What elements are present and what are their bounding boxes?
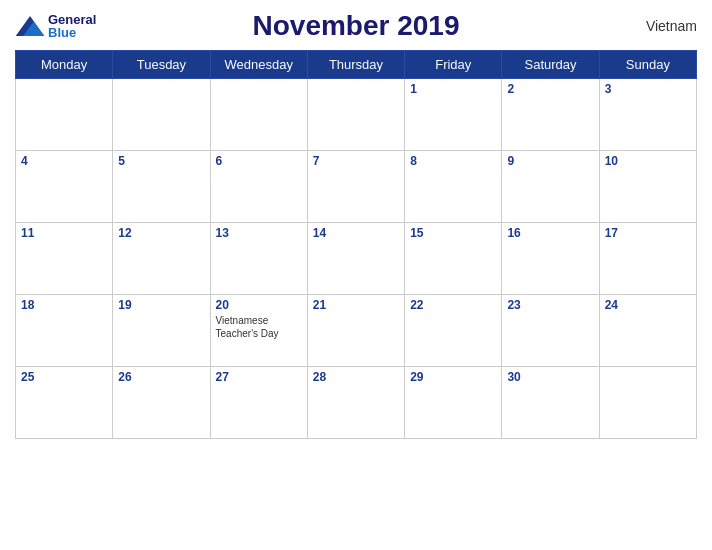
- day-cell: 29: [405, 367, 502, 439]
- day-cell: 7: [307, 151, 404, 223]
- day-number: 23: [507, 298, 593, 312]
- day-number: 11: [21, 226, 107, 240]
- header-friday: Friday: [405, 51, 502, 79]
- day-cell: 19: [113, 295, 210, 367]
- day-number: 20: [216, 298, 302, 312]
- day-number: 24: [605, 298, 691, 312]
- day-number: 6: [216, 154, 302, 168]
- day-cell: 14: [307, 223, 404, 295]
- day-cell: 8: [405, 151, 502, 223]
- day-cell: 15: [405, 223, 502, 295]
- day-cell: [16, 79, 113, 151]
- day-cell: 9: [502, 151, 599, 223]
- header-saturday: Saturday: [502, 51, 599, 79]
- logo-blue: Blue: [48, 26, 96, 39]
- days-header-row: Monday Tuesday Wednesday Thursday Friday…: [16, 51, 697, 79]
- day-number: 9: [507, 154, 593, 168]
- day-cell: 6: [210, 151, 307, 223]
- day-cell: [307, 79, 404, 151]
- day-number: 21: [313, 298, 399, 312]
- week-row-5: 252627282930: [16, 367, 697, 439]
- calendar-table: Monday Tuesday Wednesday Thursday Friday…: [15, 50, 697, 439]
- day-cell: 11: [16, 223, 113, 295]
- day-number: 27: [216, 370, 302, 384]
- day-number: 30: [507, 370, 593, 384]
- logo-area: General Blue: [15, 13, 96, 39]
- day-number: 7: [313, 154, 399, 168]
- header-wednesday: Wednesday: [210, 51, 307, 79]
- day-cell: 18: [16, 295, 113, 367]
- day-number: 1: [410, 82, 496, 96]
- day-cell: 20Vietnamese Teacher's Day: [210, 295, 307, 367]
- day-cell: 12: [113, 223, 210, 295]
- day-number: 22: [410, 298, 496, 312]
- week-row-1: 123: [16, 79, 697, 151]
- day-cell: 24: [599, 295, 696, 367]
- day-cell: 4: [16, 151, 113, 223]
- calendar-header: General Blue November 2019 Vietnam: [15, 10, 697, 42]
- day-cell: 28: [307, 367, 404, 439]
- day-cell: 22: [405, 295, 502, 367]
- day-cell: 30: [502, 367, 599, 439]
- day-number: 12: [118, 226, 204, 240]
- day-cell: [113, 79, 210, 151]
- day-number: 29: [410, 370, 496, 384]
- header-monday: Monday: [16, 51, 113, 79]
- day-cell: 10: [599, 151, 696, 223]
- country-label: Vietnam: [646, 18, 697, 34]
- calendar-title: November 2019: [252, 10, 459, 42]
- day-cell: 17: [599, 223, 696, 295]
- day-number: 10: [605, 154, 691, 168]
- day-cell: 23: [502, 295, 599, 367]
- day-cell: 26: [113, 367, 210, 439]
- day-cell: 1: [405, 79, 502, 151]
- day-number: 28: [313, 370, 399, 384]
- day-number: 13: [216, 226, 302, 240]
- day-number: 25: [21, 370, 107, 384]
- day-cell: 5: [113, 151, 210, 223]
- day-number: 18: [21, 298, 107, 312]
- week-row-2: 45678910: [16, 151, 697, 223]
- day-number: 19: [118, 298, 204, 312]
- day-number: 5: [118, 154, 204, 168]
- day-cell: 13: [210, 223, 307, 295]
- day-number: 14: [313, 226, 399, 240]
- header-tuesday: Tuesday: [113, 51, 210, 79]
- day-cell: 16: [502, 223, 599, 295]
- day-number: 26: [118, 370, 204, 384]
- day-number: 17: [605, 226, 691, 240]
- day-cell: 3: [599, 79, 696, 151]
- calendar-container: General Blue November 2019 Vietnam Monda…: [0, 0, 712, 550]
- day-number: 8: [410, 154, 496, 168]
- logo-icon: [15, 16, 45, 36]
- week-row-4: 181920Vietnamese Teacher's Day21222324: [16, 295, 697, 367]
- day-cell: 27: [210, 367, 307, 439]
- day-cell: [210, 79, 307, 151]
- day-cell: 21: [307, 295, 404, 367]
- day-number: 4: [21, 154, 107, 168]
- day-cell: [599, 367, 696, 439]
- header-thursday: Thursday: [307, 51, 404, 79]
- day-cell: 2: [502, 79, 599, 151]
- day-number: 15: [410, 226, 496, 240]
- header-sunday: Sunday: [599, 51, 696, 79]
- week-row-3: 11121314151617: [16, 223, 697, 295]
- day-number: 3: [605, 82, 691, 96]
- event-label: Vietnamese Teacher's Day: [216, 314, 302, 340]
- day-number: 2: [507, 82, 593, 96]
- day-cell: 25: [16, 367, 113, 439]
- day-number: 16: [507, 226, 593, 240]
